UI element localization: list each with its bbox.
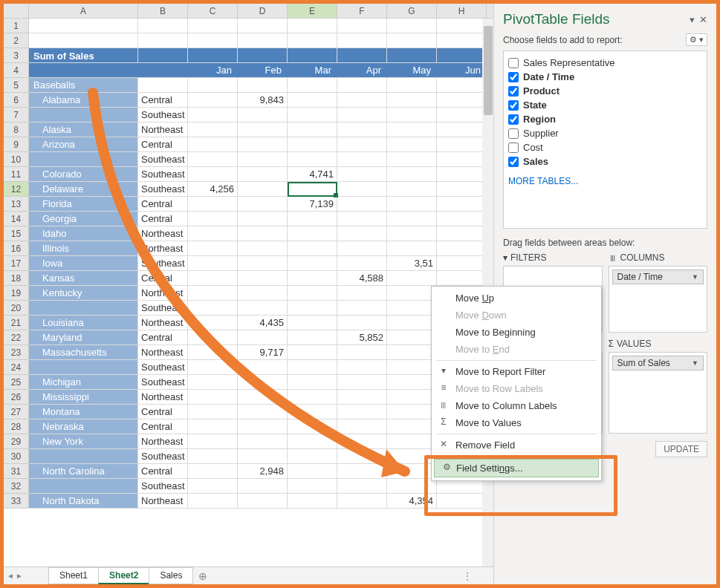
col-header-C[interactable]: C: [188, 4, 238, 18]
value-cell[interactable]: [337, 182, 387, 197]
field-region[interactable]: Region: [508, 112, 702, 126]
row-label[interactable]: Alaska: [29, 122, 138, 137]
row-label[interactable]: [29, 360, 138, 375]
row-header-20[interactable]: 20: [4, 301, 29, 316]
value-cell[interactable]: [337, 197, 387, 212]
value-cell[interactable]: [188, 226, 238, 241]
row-header-9[interactable]: 9: [4, 137, 29, 152]
row-header-13[interactable]: 13: [4, 197, 29, 212]
pane-dropdown-icon[interactable]: ▾: [690, 14, 695, 25]
value-cell[interactable]: [337, 78, 387, 93]
value-cell[interactable]: [188, 152, 238, 167]
value-cell[interactable]: [387, 330, 437, 345]
value-cell[interactable]: [387, 434, 437, 449]
field-state[interactable]: State: [508, 98, 702, 112]
value-cell[interactable]: 9,717: [238, 345, 288, 360]
row-label[interactable]: Montana: [29, 405, 138, 419]
value-cell[interactable]: [188, 316, 238, 330]
field-list-settings-button[interactable]: ⚙ ▾: [686, 33, 707, 46]
value-cell[interactable]: [337, 137, 387, 152]
row-header-4[interactable]: 4: [4, 63, 29, 78]
value-cell[interactable]: [238, 137, 288, 152]
row-header-1[interactable]: 1: [4, 19, 29, 33]
sheet-nav[interactable]: ◄►: [7, 572, 23, 580]
row-label[interactable]: Delaware: [29, 182, 138, 197]
field-sales[interactable]: Sales: [508, 154, 702, 169]
value-cell[interactable]: [188, 330, 238, 345]
region-cell[interactable]: Central: [138, 419, 188, 434]
value-cell[interactable]: [387, 167, 437, 182]
value-cell[interactable]: [288, 286, 337, 301]
area-values-box[interactable]: Sum of Sales▼: [609, 352, 708, 434]
row-label[interactable]: Illinois: [29, 241, 138, 256]
value-cell[interactable]: [238, 241, 288, 256]
row-header-15[interactable]: 15: [4, 226, 29, 241]
value-cell[interactable]: [188, 137, 238, 152]
row-label[interactable]: Iowa: [29, 256, 138, 271]
select-all-corner[interactable]: [4, 4, 29, 18]
row-label[interactable]: Baseballs: [29, 78, 138, 93]
field-date-time[interactable]: Date / Time: [508, 70, 702, 84]
field-sales-representative[interactable]: Sales Representative: [508, 56, 702, 70]
region-cell[interactable]: Southeast: [138, 108, 188, 122]
value-cell[interactable]: 3,51: [387, 256, 437, 271]
col-header-F[interactable]: F: [337, 4, 387, 18]
row-label[interactable]: [29, 479, 138, 494]
region-cell[interactable]: Northeast: [138, 494, 188, 509]
value-cell[interactable]: [288, 479, 337, 494]
value-cell[interactable]: [387, 360, 437, 375]
value-cell[interactable]: [288, 419, 337, 434]
row-label[interactable]: Kansas: [29, 271, 138, 286]
value-cell[interactable]: [288, 494, 337, 509]
region-cell[interactable]: Northeast: [138, 286, 188, 301]
value-cell[interactable]: [437, 271, 487, 286]
value-cell[interactable]: [437, 197, 487, 212]
value-cell[interactable]: [238, 494, 288, 509]
col-header-B[interactable]: B: [138, 4, 188, 18]
row-header-10[interactable]: 10: [4, 152, 29, 167]
row-label[interactable]: Colorado: [29, 167, 138, 182]
row-label[interactable]: Massachusetts: [29, 345, 138, 360]
value-cell[interactable]: 7,139: [288, 197, 337, 212]
value-cell[interactable]: [387, 226, 437, 241]
col-header-H[interactable]: H: [437, 4, 487, 18]
value-cell[interactable]: [188, 167, 238, 182]
region-cell[interactable]: Southeast: [138, 479, 188, 494]
row-label[interactable]: Florida: [29, 197, 138, 212]
col-header-G[interactable]: G: [387, 4, 437, 18]
value-cell[interactable]: [337, 479, 387, 494]
row-header-27[interactable]: 27: [4, 405, 29, 419]
value-cell[interactable]: [337, 360, 387, 375]
row-header-30[interactable]: 30: [4, 449, 29, 464]
row-label[interactable]: North Dakota: [29, 494, 138, 509]
region-cell[interactable]: Southeast: [138, 256, 188, 271]
sheet-tab-sales[interactable]: Sales: [149, 567, 193, 584]
value-cell[interactable]: [188, 449, 238, 464]
value-cell[interactable]: [288, 78, 337, 93]
value-cell[interactable]: 5,852: [337, 330, 387, 345]
value-cell[interactable]: [288, 226, 337, 241]
value-cell[interactable]: [288, 93, 337, 108]
region-cell[interactable]: Central: [138, 464, 188, 479]
value-cell[interactable]: [337, 108, 387, 122]
menu-item-move-to-values[interactable]: ΣMove to Values: [432, 414, 601, 431]
value-cell[interactable]: [337, 212, 387, 226]
region-cell[interactable]: Northeast: [138, 345, 188, 360]
value-cell[interactable]: [387, 390, 437, 405]
value-cell[interactable]: [238, 212, 288, 226]
value-cell[interactable]: [387, 212, 437, 226]
value-cell[interactable]: [188, 93, 238, 108]
region-cell[interactable]: Northeast: [138, 434, 188, 449]
value-cell[interactable]: [387, 316, 437, 330]
value-cell[interactable]: [387, 93, 437, 108]
region-cell[interactable]: Central: [138, 137, 188, 152]
row-label[interactable]: Georgia: [29, 212, 138, 226]
region-cell[interactable]: Central: [138, 330, 188, 345]
value-cell[interactable]: [437, 152, 487, 167]
value-cell[interactable]: [387, 241, 437, 256]
region-cell[interactable]: Northeast: [138, 226, 188, 241]
pivot-title[interactable]: Sum of Sales: [29, 48, 138, 63]
row-header-24[interactable]: 24: [4, 360, 29, 375]
row-label[interactable]: [29, 449, 138, 464]
row-header-26[interactable]: 26: [4, 390, 29, 405]
